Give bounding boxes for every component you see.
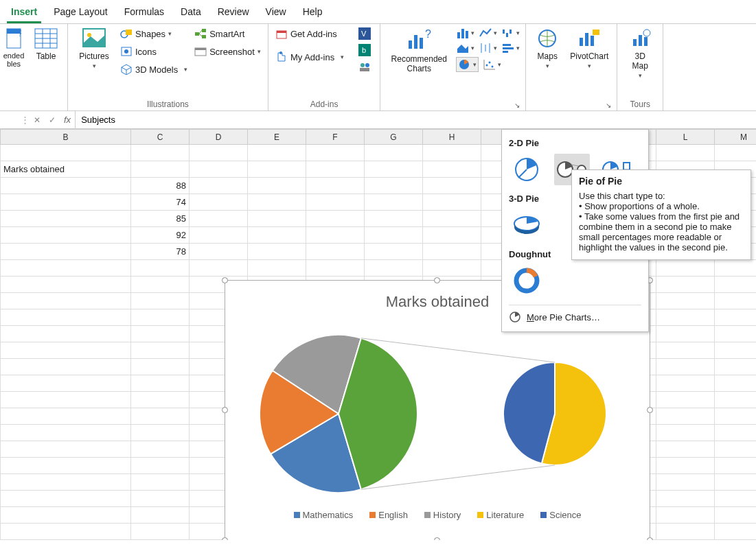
chevron-down-icon: ▾ <box>93 62 96 69</box>
pivotchart-button[interactable]: PivotChart▾ <box>567 27 611 71</box>
people-addin-button[interactable] <box>355 60 374 73</box>
pie-chart-button[interactable]: ▾ <box>456 57 479 72</box>
svg-rect-45 <box>509 30 512 34</box>
tab-review[interactable]: Review <box>214 4 253 23</box>
recommended-charts-icon: ? <box>406 28 432 51</box>
recommended-pivot-button[interactable]: ? ended bles <box>1 27 26 69</box>
col-header-E[interactable]: E <box>248 130 306 145</box>
cell-C3[interactable]: 88 <box>131 178 190 194</box>
svg-rect-20 <box>202 29 206 32</box>
svg-rect-36 <box>409 40 412 49</box>
svg-point-57 <box>489 62 491 64</box>
pictures-button[interactable]: Pictures ▾ <box>73 27 115 71</box>
smartart-button[interactable]: SmartArt <box>193 27 262 40</box>
chart-plot-area[interactable] <box>225 311 650 503</box>
area-chart-button[interactable]: ▾ <box>456 42 474 54</box>
chevron-down-icon: ▾ <box>337 54 344 60</box>
tab-help[interactable]: Help <box>299 4 327 23</box>
shapes-icon <box>120 28 133 39</box>
resize-handle[interactable] <box>222 277 228 283</box>
svg-rect-41 <box>461 29 464 38</box>
shapes-button[interactable]: Shapes▾ <box>119 27 189 40</box>
3d-models-button[interactable]: 3D Models ▾ <box>119 62 189 76</box>
bing-addin-button[interactable]: b <box>355 43 374 57</box>
pivottable-icon: ? <box>6 28 21 49</box>
cell-C6[interactable]: 92 <box>131 227 190 244</box>
tab-view[interactable]: View <box>262 4 290 23</box>
legend-item: History <box>433 510 461 520</box>
formula-bar: ⋮ ✕ ✓ fx <box>0 111 756 129</box>
pie-option-3d-pie[interactable] <box>509 209 545 241</box>
col-header-B[interactable]: B <box>1 130 131 145</box>
svg-marker-46 <box>457 45 468 53</box>
resize-handle[interactable] <box>222 537 228 540</box>
col-header-L[interactable]: L <box>656 130 715 145</box>
col-header-M[interactable]: M <box>715 130 757 145</box>
more-pie-charts-button[interactable]: MMore Pie Charts…ore Pie Charts… <box>509 307 641 327</box>
fx-icon[interactable]: fx <box>64 115 71 125</box>
svg-rect-65 <box>639 35 642 46</box>
svg-rect-25 <box>195 48 206 50</box>
icons-button[interactable]: Icons <box>119 45 189 58</box>
enter-icon[interactable]: ✓ <box>45 115 60 125</box>
stock-chart-button[interactable]: ▾ <box>479 42 497 54</box>
pie-option-doughnut[interactable] <box>509 265 545 296</box>
icons-icon <box>120 46 133 57</box>
col-header-G[interactable]: G <box>365 130 423 145</box>
svg-rect-60 <box>580 38 583 46</box>
3d-map-button[interactable]: 3D Map▾ <box>623 27 657 80</box>
cube-icon <box>120 64 133 75</box>
tab-data[interactable]: Data <box>176 4 205 23</box>
col-header-H[interactable]: H <box>423 130 481 145</box>
cell-C7[interactable]: 78 <box>131 244 190 260</box>
cell-B2[interactable]: Marks obtained <box>1 161 131 178</box>
pivotchart-dialog-launcher[interactable]: ↘ <box>606 102 611 109</box>
tooltip-line: • Take some values from the first pie an… <box>579 211 744 253</box>
cell-C4[interactable]: 74 <box>131 194 190 211</box>
bar-chart-button[interactable]: ▾ <box>501 42 520 54</box>
chart-legend[interactable]: Mathematics English History Literature S… <box>225 510 650 520</box>
maps-button[interactable]: Maps▾ <box>531 27 563 71</box>
scatter-chart-button[interactable]: ▾ <box>483 57 501 72</box>
win-loss-button[interactable]: ▾ <box>501 27 520 39</box>
resize-handle[interactable] <box>434 277 440 283</box>
svg-rect-62 <box>591 36 594 46</box>
svg-point-34 <box>365 63 369 67</box>
tab-page-layout[interactable]: Page Layout <box>49 4 112 23</box>
svg-rect-66 <box>644 37 648 46</box>
get-addins-button[interactable]: Get Add-ins <box>274 27 345 40</box>
legend-item: English <box>378 510 408 520</box>
visio-addin-button[interactable]: V <box>355 27 374 40</box>
worksheet[interactable]: B C D E F G H L M Marks obtained 88 74 8… <box>0 129 756 540</box>
screenshot-icon <box>194 46 207 57</box>
chevron-down-icon: ▾ <box>546 62 549 69</box>
col-header-D[interactable]: D <box>190 130 248 145</box>
tab-formulas[interactable]: Formulas <box>120 4 168 23</box>
resize-handle[interactable] <box>434 537 440 540</box>
svg-rect-27 <box>277 31 286 33</box>
svg-rect-12 <box>126 30 132 35</box>
ribbon: ? ended bles Table Pictures ▾ Shapes▾ <box>0 24 756 111</box>
svg-rect-42 <box>466 31 468 38</box>
col-header-F[interactable]: F <box>306 130 365 145</box>
line-chart-button[interactable]: ▾ <box>479 27 497 39</box>
svg-rect-21 <box>202 35 206 38</box>
formula-input[interactable] <box>75 111 756 128</box>
screenshot-button[interactable]: Screenshot▾ <box>193 45 262 58</box>
cell-C5[interactable]: 85 <box>131 211 190 227</box>
my-addins-button[interactable]: My Add-ins ▾ <box>274 50 345 64</box>
svg-text:?: ? <box>18 29 21 38</box>
col-header-C[interactable]: C <box>131 130 190 145</box>
cancel-icon[interactable]: ✕ <box>30 115 45 125</box>
pie-option-pie[interactable] <box>509 154 545 185</box>
chevron-down-icon: ▾ <box>168 30 172 37</box>
column-chart-button[interactable]: ▾ <box>456 27 474 39</box>
tours-group-label: Tours <box>623 98 657 109</box>
section-2d-pie: 2-D Pie <box>509 138 641 148</box>
tab-insert[interactable]: Insert <box>7 4 41 23</box>
table-button[interactable]: Table <box>30 27 62 62</box>
addins-group-label: Add-ins <box>274 98 374 109</box>
recommended-charts-button[interactable]: ? Recommended Charts <box>386 27 452 75</box>
charts-dialog-launcher[interactable]: ↘ <box>514 102 520 109</box>
resize-handle[interactable] <box>647 537 653 540</box>
